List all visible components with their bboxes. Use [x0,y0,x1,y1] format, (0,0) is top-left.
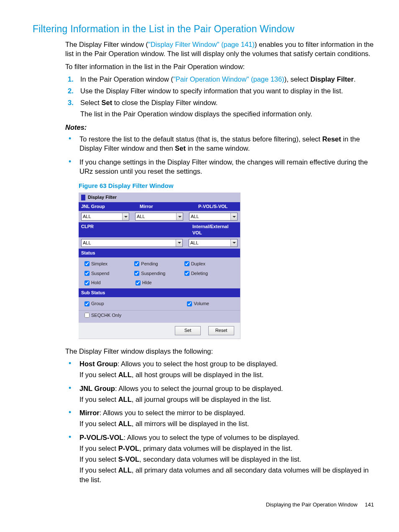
text: , secondary data volumes will be display… [139,455,301,463]
chevron-down-icon [176,239,182,247]
hold-checkbox[interactable]: Hold [84,280,136,286]
pvol-svol-select[interactable]: ALL [189,213,238,221]
page-title: Filtering Information in the List in the… [33,23,377,36]
notes-list: To restore the list to the default statu… [65,134,377,176]
desc-jnl-group: JNL Group: Allows you to select the jour… [78,384,377,404]
text: In the Pair Operation window ( [80,75,173,83]
text: If you select [79,371,118,378]
status-header: Status [79,249,240,257]
notes-heading: Notes: [65,123,377,132]
chevron-down-icon [230,213,237,220]
sub-status-header: Sub Status [79,288,240,297]
hlde-checkbox[interactable]: Hlde [136,280,187,286]
term: JNL Group [79,385,115,392]
term: Mirror [79,409,100,416]
checkbox-label: Pending [141,261,158,267]
seqchk-only-checkbox[interactable]: SEQCHK Only [84,312,234,319]
text-bold: ALL [118,466,132,474]
duplex-checkbox[interactable]: Duplex [184,261,234,267]
step-1: In the Pair Operation window ("Pair Oper… [79,75,377,84]
after-figure-text: The Display Filter window displays the f… [65,347,377,356]
suspending-checkbox[interactable]: Suspending [134,270,184,277]
group-checkbox[interactable]: Group [84,301,104,307]
desc-pvol-svol: P-VOL/S-VOL: Allows you to select the ty… [78,433,377,484]
select-value: ALL [137,213,145,220]
note-1: To restore the list to the default statu… [78,134,377,153]
sub-text: If you select ALL, all mirrors will be d… [79,419,377,428]
desc-host-group: Host Group: Allows you to select the hos… [78,359,377,380]
text: If you select [79,466,118,474]
text-bold: Set [101,99,112,106]
footer-text: Displaying the Pair Operation Window [266,501,358,508]
clpr-select[interactable]: ALL [81,239,183,247]
select-value: ALL [83,240,91,246]
sub-text: If you select S-VOL, secondary data volu… [79,455,377,464]
chevron-down-icon [176,213,183,220]
chevron-down-icon [122,213,129,220]
reset-button[interactable]: Reset [208,326,234,335]
text: , all host groups will be displayed in t… [132,371,264,378]
text: to close the Display Filter window. [112,99,217,106]
text-bold: ALL [118,420,132,427]
sub-text: If you select ALL, all journal groups wi… [79,395,377,404]
desc-mirror: Mirror: Allows you to select the mirror … [78,408,377,429]
internal-external-select[interactable]: ALL [189,239,238,247]
pvol-svol-header: P-VOL/S-VOL [196,202,240,211]
description-list: Host Group: Allows you to select the hos… [65,359,377,484]
text-bold: S-VOL [118,455,139,463]
text: If you select [79,420,118,427]
note-2: If you change settings in the Display Fi… [78,157,377,176]
text: If you select [79,445,118,452]
clpr-header: CLPR [79,222,190,237]
text-bold: ALL [118,396,132,403]
title-icon [81,195,85,200]
figure-caption: Figure 63 Display Filter Window [79,182,377,190]
volume-checkbox[interactable]: Volume [187,301,209,307]
text: The Display Filter window ( [65,41,148,48]
page-number: 141 [365,501,374,508]
display-filter-window-link[interactable]: "Display Filter Window" (page 141) [148,41,255,48]
checkbox-label: Hold [91,280,101,286]
term: P-VOL/S-VOL [79,434,123,441]
pair-operation-window-link[interactable]: "Pair Operation Window" (page 136) [173,75,284,83]
checkbox-label: Suspend [91,270,109,277]
text-bold: ALL [118,371,132,378]
display-filter-dialog: Display Filter JNL Group Mirror P-VOL/S-… [79,193,240,339]
text-bold: Reset [322,135,341,143]
text: If you select [79,455,118,463]
select-value: ALL [191,213,199,220]
checkbox-label: Volume [194,301,209,307]
steps-list: In the Pair Operation window ("Pair Oper… [65,75,377,118]
step-3: Select Set to close the Display Filter w… [79,98,377,118]
jnl-group-select[interactable]: ALL [81,213,129,221]
text-bold: P-VOL [118,445,139,452]
mirror-select[interactable]: ALL [135,213,183,221]
simplex-checkbox[interactable]: Simplex [84,261,134,267]
checkbox-label: Simplex [91,261,107,267]
suspend-checkbox[interactable]: Suspend [84,270,134,277]
text: , primary data volumes will be displayed… [139,445,292,452]
text: Select [80,99,101,106]
text: ), select [284,75,310,83]
text-bold: Display Filter [310,75,354,83]
text: If you select [79,396,118,403]
dialog-titlebar: Display Filter [79,193,240,202]
intro-paragraph-2: To filter information in the list in the… [65,62,377,71]
internal-external-header: Internal/External VOL [190,222,240,237]
deleting-checkbox[interactable]: Deleting [184,270,234,277]
term: Host Group [79,360,118,368]
chevron-down-icon [230,239,237,247]
checkbox-label: Duplex [191,261,205,267]
text: in the same window. [186,144,250,152]
sub-text: If you select ALL, all primary data volu… [79,465,377,484]
checkbox-label: Hlde [142,280,152,286]
sub-text: If you select P-VOL, primary data volume… [79,444,377,453]
page-footer: Displaying the Pair Operation Window 141 [33,501,377,509]
pending-checkbox[interactable]: Pending [134,261,184,267]
checkbox-label: Suspending [141,270,165,277]
text-bold: Set [175,144,186,152]
sub-text: If you select ALL, all host groups will … [79,370,377,379]
set-button[interactable]: Set [175,326,201,335]
text: , all journal groups will be displayed i… [132,396,271,403]
mirror-header: Mirror [137,202,196,211]
